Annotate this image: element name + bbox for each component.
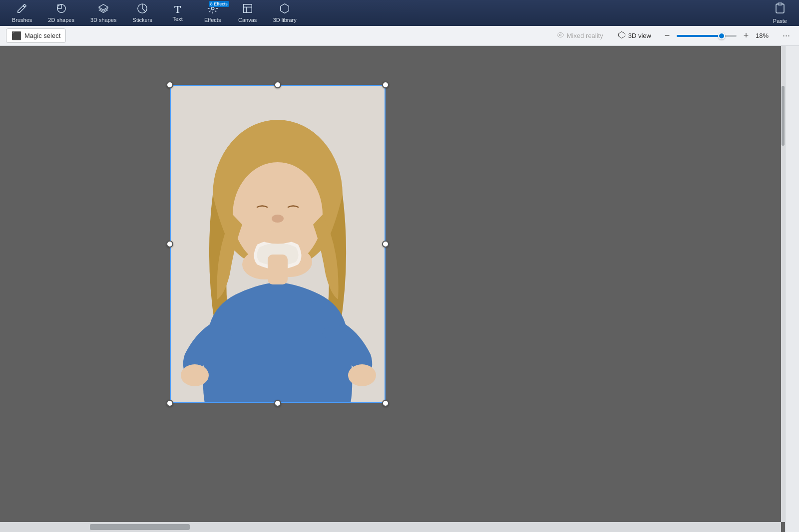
person-illustration — [170, 85, 386, 403]
toolbar-paste[interactable]: Paste — [765, 0, 795, 27]
canvas-icon — [242, 3, 253, 15]
zoom-slider-track — [677, 35, 722, 37]
handle-bottom-right[interactable] — [382, 400, 389, 407]
toolbar-stickers[interactable]: Stickers — [125, 0, 160, 26]
paste-icon — [774, 2, 786, 16]
canvas-label: Canvas — [238, 17, 257, 23]
right-scrollbar[interactable] — [781, 26, 785, 522]
text-label: Text — [173, 16, 183, 22]
zoom-slider[interactable] — [677, 35, 737, 37]
secondary-toolbar-right: Mixed reality 3D view − + 18% ··· — [552, 28, 793, 43]
mixed-reality-label: Mixed reality — [567, 32, 603, 39]
svg-rect-4 — [243, 4, 252, 13]
magic-select-label: Magic select — [24, 32, 60, 39]
toolbar-brushes[interactable]: Brushes — [4, 0, 40, 26]
mixed-reality-button[interactable]: Mixed reality — [552, 29, 607, 42]
image-container[interactable] — [170, 85, 386, 403]
bottom-scrollbar[interactable] — [0, 522, 781, 532]
zoom-slider-thumb — [718, 32, 725, 39]
svg-point-13 — [272, 215, 284, 223]
3d-shapes-label: 3D shapes — [90, 17, 117, 23]
svg-point-16 — [181, 364, 209, 386]
svg-rect-18 — [268, 255, 288, 284]
svg-marker-9 — [618, 31, 625, 38]
toolbar-canvas[interactable]: Canvas — [230, 0, 265, 26]
handle-bottom-center[interactable] — [274, 400, 281, 407]
handle-top-center[interactable] — [274, 81, 281, 88]
toolbar-effects[interactable]: Effects 8 Effects — [195, 0, 230, 26]
brushes-icon — [16, 3, 27, 15]
zoom-percent: 18% — [756, 32, 774, 39]
stickers-icon — [137, 3, 148, 15]
paste-label: Paste — [773, 18, 787, 24]
canvas-area — [0, 46, 781, 522]
handle-top-right[interactable] — [382, 81, 389, 88]
3d-shapes-icon — [98, 3, 109, 15]
handle-middle-left[interactable] — [166, 241, 173, 248]
scrollbar-thumb — [782, 86, 785, 146]
toolbar-3d-library[interactable]: 3D library — [265, 0, 305, 26]
secondary-toolbar: ⬛ Magic select Mixed reality 3D view − — [0, 26, 799, 46]
3d-library-icon — [279, 3, 290, 15]
handle-top-left[interactable] — [166, 81, 173, 88]
effects-badge: 8 Effects — [209, 1, 229, 7]
handle-middle-right[interactable] — [382, 241, 389, 248]
3d-view-icon — [618, 31, 626, 40]
svg-point-17 — [348, 364, 376, 386]
brushes-label: Brushes — [12, 17, 32, 23]
3d-view-button[interactable]: 3D view — [613, 28, 656, 43]
top-toolbar: Brushes 2D shapes 3D shapes — [0, 0, 799, 26]
zoom-in-button[interactable]: + — [741, 30, 752, 41]
effects-label: Effects — [204, 17, 221, 23]
mixed-reality-icon — [556, 31, 564, 40]
svg-point-8 — [559, 34, 561, 36]
svg-rect-7 — [778, 3, 782, 5]
3d-library-label: 3D library — [273, 17, 297, 23]
stickers-label: Stickers — [133, 17, 152, 23]
more-options-button[interactable]: ··· — [780, 28, 793, 43]
2d-shapes-icon — [56, 3, 67, 15]
bottom-scrollbar-thumb — [90, 524, 190, 530]
toolbar-tools: Brushes 2D shapes 3D shapes — [4, 0, 305, 26]
magic-select-button[interactable]: ⬛ Magic select — [6, 28, 66, 43]
zoom-controls: − + 18% — [662, 30, 774, 41]
2d-shapes-label: 2D shapes — [48, 17, 74, 23]
svg-point-3 — [211, 7, 214, 10]
3d-view-label: 3D view — [628, 32, 651, 39]
zoom-out-button[interactable]: − — [662, 30, 673, 41]
handle-bottom-left[interactable] — [166, 400, 173, 407]
text-icon: T — [174, 4, 181, 14]
canvas-image — [170, 85, 386, 403]
right-panel — [785, 26, 799, 532]
toolbar-3d-shapes[interactable]: 3D shapes — [82, 0, 125, 26]
magic-select-icon: ⬛ — [11, 31, 21, 40]
toolbar-text[interactable]: T Text — [160, 1, 195, 25]
toolbar-2d-shapes[interactable]: 2D shapes — [40, 0, 82, 26]
